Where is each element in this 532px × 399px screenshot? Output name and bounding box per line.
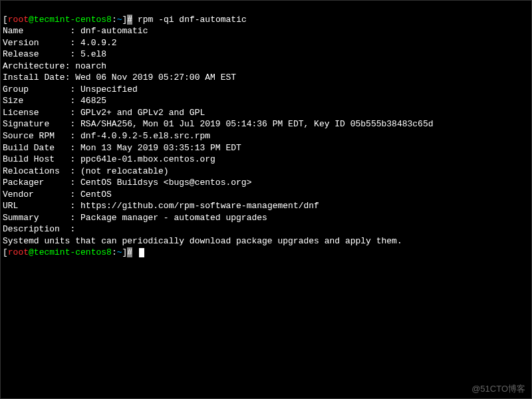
terminal-output[interactable]: [root@tecmint-centos8:~]# rpm -qi dnf-au… xyxy=(3,2,529,259)
field-signature: Signature : RSA/SHA256, Mon 01 Jul 2019 … xyxy=(3,119,434,129)
field-build-host: Build Host : ppc64le-01.mbox.centos.org xyxy=(3,154,215,164)
field-summary: Summary : Package manager - automated up… xyxy=(3,213,267,223)
prompt-host: tecmint-centos8 xyxy=(34,15,112,25)
prompt-user: root xyxy=(8,15,29,25)
prompt2-hash: # xyxy=(127,247,132,257)
field-architecture: Architecture: noarch xyxy=(3,61,106,71)
field-source-rpm: Source RPM : dnf-4.0.9.2-5.el8.src.rpm xyxy=(3,131,210,141)
prompt-at: @ xyxy=(29,15,34,25)
field-version: Version : 4.0.9.2 xyxy=(3,38,117,48)
field-packager: Packager : CentOS Buildsys <bugs@centos.… xyxy=(3,178,251,188)
field-vendor: Vendor : CentOS xyxy=(3,190,112,200)
prompt2-host: tecmint-centos8 xyxy=(34,247,112,257)
field-relocations: Relocations : (not relocatable) xyxy=(3,166,169,176)
cursor-icon[interactable] xyxy=(139,248,144,257)
field-release: Release : 5.el8 xyxy=(3,49,106,59)
field-license: License : GPLv2+ and GPLv2 and GPL xyxy=(3,108,205,118)
prompt2-colon: : xyxy=(112,247,117,257)
command-text: rpm -qi dnf-automatic xyxy=(132,15,247,25)
field-size: Size : 46825 xyxy=(3,96,106,106)
prompt2-path: ~ xyxy=(117,247,122,257)
field-group: Group : Unspecified xyxy=(3,84,138,94)
prompt-colon: : xyxy=(112,15,117,25)
field-url: URL : https://github.com/rpm-software-ma… xyxy=(3,201,319,211)
prompt2-at: @ xyxy=(29,247,34,257)
field-name: Name : dnf-automatic xyxy=(3,26,148,36)
field-build-date: Build Date : Mon 13 May 2019 03:35:13 PM… xyxy=(3,143,241,153)
prompt-bracket-open: [ xyxy=(3,15,8,25)
prompt-hash: # xyxy=(127,15,132,25)
prompt2-user: root xyxy=(8,247,29,257)
field-install-date: Install Date: Wed 06 Nov 2019 05:27:00 A… xyxy=(3,72,236,82)
field-description: Description : xyxy=(3,224,75,234)
description-body: Systemd units that can periodically down… xyxy=(3,236,402,246)
prompt2-bracket-open: [ xyxy=(3,247,8,257)
watermark: @51CTO博客 xyxy=(471,383,525,395)
prompt-path: ~ xyxy=(117,15,122,25)
